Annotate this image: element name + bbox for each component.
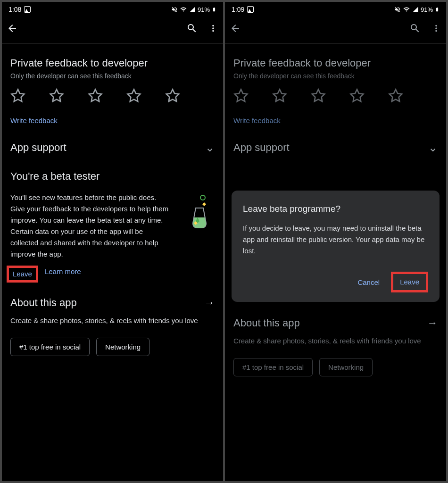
- battery-percent: 91%: [421, 6, 433, 13]
- write-feedback-link: Write feedback: [233, 117, 281, 125]
- star-1: [233, 88, 249, 103]
- battery-icon: [212, 6, 216, 13]
- beta-section: You're a beta tester You'll see new feat…: [10, 170, 215, 281]
- chip-top-free[interactable]: #1 top free in social: [10, 338, 90, 356]
- arrow-right-icon: →: [427, 317, 438, 329]
- cancel-button[interactable]: Cancel: [352, 275, 385, 290]
- leave-button[interactable]: Leave: [400, 278, 419, 286]
- battery-icon: [435, 6, 440, 13]
- star-3: [311, 88, 326, 103]
- picture-icon: [24, 6, 31, 13]
- feedback-subtitle: Only the developer can see this feedback: [233, 72, 438, 80]
- star-4: [349, 88, 365, 103]
- flask-icon: [182, 194, 210, 232]
- dialog-title: Leave beta programme?: [243, 204, 428, 214]
- about-desc: Create & share photos, stories, & reels …: [10, 316, 215, 326]
- star-rating: [10, 88, 215, 103]
- star-5: [388, 88, 403, 103]
- star-4[interactable]: [126, 88, 141, 103]
- beta-title: You're a beta tester: [10, 170, 215, 183]
- wifi-icon: [180, 6, 187, 13]
- dialog-body: If you decide to leave, you may need to …: [243, 223, 428, 257]
- search-icon: [409, 23, 421, 34]
- about-title: About this app: [233, 317, 300, 329]
- status-time: 1:09: [232, 6, 244, 13]
- star-2: [272, 88, 287, 103]
- app-support-title: App support: [233, 142, 290, 154]
- star-1[interactable]: [10, 88, 25, 103]
- battery-percent: 91%: [198, 6, 210, 13]
- about-row: About this app →: [233, 317, 438, 329]
- status-time: 1:08: [8, 6, 21, 13]
- back-button[interactable]: [7, 23, 18, 34]
- svg-point-0: [200, 195, 205, 200]
- feedback-title: Private feedback to developer: [10, 57, 215, 69]
- overflow-menu[interactable]: [208, 23, 218, 33]
- star-rating: [233, 88, 438, 103]
- feedback-subtitle: Only the developer can see this feedback: [10, 72, 215, 80]
- mute-icon: [171, 6, 178, 13]
- learn-more-link[interactable]: Learn more: [45, 267, 81, 281]
- arrow-right-icon: →: [204, 297, 215, 309]
- signal-icon: [189, 6, 196, 13]
- leave-beta-dialog: Leave beta programme? If you decide to l…: [232, 191, 440, 302]
- chip-networking[interactable]: Networking: [96, 338, 149, 356]
- app-bar: [225, 17, 446, 44]
- mute-icon: [394, 6, 401, 13]
- about-section: About this app → Create & share photos, …: [233, 317, 438, 376]
- app-bar: [2, 17, 223, 44]
- screen-right: 1:09 91% Private feedback to developer O: [225, 2, 446, 481]
- feedback-section: Private feedback to developer Only the d…: [233, 57, 438, 125]
- about-title: About this app: [10, 297, 77, 309]
- picture-icon: [247, 6, 254, 13]
- chip-networking: Networking: [319, 358, 373, 376]
- app-support-row: App support ⌄: [233, 141, 438, 154]
- status-bar: 1:09 91%: [225, 2, 446, 17]
- about-desc: Create & share photos, stories, & reels …: [233, 336, 438, 347]
- leave-beta-link[interactable]: Leave: [13, 270, 32, 278]
- screen-left: 1:08 91% Private feedback to developer O: [2, 2, 223, 481]
- chevron-down-icon: ⌄: [428, 141, 438, 154]
- app-support-title: App support: [10, 142, 66, 154]
- overflow-menu: [431, 23, 441, 33]
- about-row[interactable]: About this app →: [10, 297, 215, 309]
- chip-top-free: #1 top free in social: [233, 358, 313, 376]
- status-bar: 1:08 91%: [2, 2, 223, 17]
- write-feedback-link[interactable]: Write feedback: [10, 117, 58, 125]
- about-section: About this app → Create & share photos, …: [10, 297, 215, 356]
- app-support-row[interactable]: App support ⌄: [10, 141, 215, 154]
- chevron-down-icon: ⌄: [205, 141, 215, 154]
- back-button: [230, 23, 241, 34]
- star-3[interactable]: [88, 88, 103, 103]
- star-2[interactable]: [49, 88, 64, 103]
- feedback-section: Private feedback to developer Only the d…: [10, 57, 215, 125]
- signal-icon: [412, 6, 419, 13]
- wifi-icon: [403, 6, 410, 13]
- star-5[interactable]: [165, 88, 180, 103]
- search-icon[interactable]: [186, 23, 198, 34]
- feedback-title: Private feedback to developer: [233, 57, 438, 69]
